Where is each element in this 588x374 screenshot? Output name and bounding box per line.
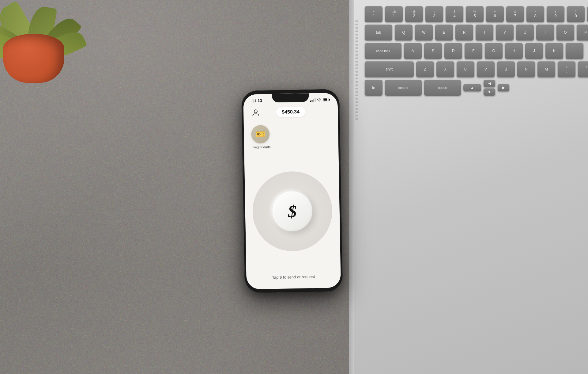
phone-screen: 11:13	[243, 93, 341, 289]
key-a[interactable]: A	[404, 43, 422, 59]
key-backtick[interactable]: ~ `	[365, 6, 383, 22]
key-g[interactable]: G	[485, 43, 503, 59]
key-t[interactable]: T	[476, 25, 493, 40]
key-comma[interactable]: < ,	[558, 61, 575, 77]
key-9[interactable]: ( 9	[547, 6, 564, 22]
outer-circle: $	[252, 171, 333, 252]
key-8[interactable]: * 8	[526, 6, 544, 22]
key-s[interactable]: S	[424, 43, 442, 59]
key-q[interactable]: Q	[395, 25, 413, 40]
key-i[interactable]: I	[536, 25, 554, 40]
key-fn[interactable]: fn	[365, 80, 383, 96]
key-option[interactable]: option	[424, 80, 461, 96]
key-l[interactable]: L	[566, 43, 583, 59]
key-p[interactable]: P	[577, 25, 588, 40]
key-w[interactable]: W	[415, 25, 433, 40]
key-y[interactable]: Y	[496, 25, 514, 40]
signal-bar-1	[310, 101, 311, 102]
key-o[interactable]: O	[556, 25, 574, 40]
plant-decoration	[0, 0, 92, 86]
svg-point-0	[254, 110, 257, 113]
key-b[interactable]: B	[497, 61, 515, 77]
key-row-zxcv: shift Z X C V B N	[365, 61, 585, 77]
key-3[interactable]: # 3	[425, 6, 443, 22]
battery-fill	[323, 98, 327, 101]
key-e[interactable]: E	[435, 25, 453, 40]
key-h[interactable]: H	[505, 43, 523, 59]
battery-icon	[323, 98, 329, 101]
invite-avatar: 🎫	[251, 125, 270, 143]
key-row-qwerty: tab Q W E R T Y	[365, 25, 585, 40]
invite-emoji: 🎫	[255, 129, 266, 139]
key-u[interactable]: U	[516, 25, 534, 40]
battery-tip	[329, 98, 330, 100]
key-shift-left[interactable]: shift	[365, 61, 414, 77]
key-right-arrow[interactable]: ▶	[498, 84, 509, 91]
key-j[interactable]: J	[525, 43, 543, 59]
status-time: 11:13	[252, 98, 262, 103]
hint-text: Tap $ to send or request	[246, 268, 341, 289]
phone-frame: 11:13	[241, 89, 343, 293]
key-0[interactable]: ) 0	[567, 6, 585, 22]
keyboard-area: ~ ` tab 1 @ 2 # 3 $ 4	[365, 6, 585, 368]
speaker-grill	[354, 18, 360, 294]
balance-display[interactable]: $450.34	[276, 106, 305, 117]
main-action-area: $	[244, 153, 341, 269]
signal-bar-2	[311, 100, 312, 101]
key-row-symbols: ~ ` tab 1 @ 2 # 3 $ 4	[365, 6, 585, 22]
balance-amount: $450.34	[282, 109, 300, 115]
key-control[interactable]: control	[385, 80, 422, 96]
key-k[interactable]: K	[545, 43, 563, 59]
key-c[interactable]: C	[457, 61, 474, 77]
key-5[interactable]: % 5	[466, 6, 484, 22]
signal-bar-4	[315, 98, 315, 101]
key-f[interactable]: F	[465, 43, 482, 59]
key-arrows-lr: ◀ ▼	[484, 80, 495, 96]
key-2[interactable]: @ 2	[405, 6, 423, 22]
key-down-arrow[interactable]: ▼	[484, 88, 495, 96]
key-up-arrow[interactable]: ▲	[463, 84, 481, 91]
laptop-edge	[349, 0, 354, 374]
invite-label: Invite friends	[251, 145, 271, 149]
plant-pot	[3, 34, 64, 83]
invite-friends-button[interactable]: 🎫 Invite friends	[251, 124, 331, 149]
phone-screen-content: 11:13	[243, 93, 341, 289]
key-tab[interactable]: tab	[365, 25, 392, 40]
key-row-asdf: caps lock A S D F G H	[365, 43, 585, 59]
key-period[interactable]: > .	[578, 61, 588, 77]
laptop-keyboard: ~ ` tab 1 @ 2 # 3 $ 4	[349, 0, 588, 374]
key-d[interactable]: D	[444, 43, 462, 59]
dollar-sign: $	[288, 201, 297, 221]
signal-icon	[310, 98, 315, 101]
laptop-body: ~ ` tab 1 @ 2 # 3 $ 4	[349, 0, 588, 374]
key-x[interactable]: X	[436, 61, 454, 77]
option-key-area	[559, 162, 588, 195]
phone-notch	[272, 93, 309, 102]
app-header: $450.34	[243, 104, 338, 123]
phone-mockup: 11:13	[241, 89, 343, 293]
key-z[interactable]: Z	[416, 61, 434, 77]
key-1[interactable]: tab 1	[385, 6, 403, 22]
wifi-icon	[317, 98, 322, 101]
key-v[interactable]: V	[477, 61, 495, 77]
key-row-modifier: fn control option ▲ ◀ ▼ ▶	[365, 80, 585, 96]
signal-bar-3	[313, 99, 314, 101]
key-n[interactable]: N	[517, 61, 535, 77]
status-icons	[310, 98, 329, 102]
dollar-button[interactable]: $	[272, 191, 313, 231]
key-6[interactable]: ^ 6	[486, 6, 504, 22]
profile-icon	[252, 109, 260, 116]
key-m[interactable]: M	[537, 61, 555, 77]
key-4[interactable]: $ 4	[446, 6, 463, 22]
profile-button[interactable]	[251, 108, 261, 118]
key-capslock[interactable]: caps lock	[365, 43, 401, 59]
key-left-arrow[interactable]: ◀	[484, 80, 495, 87]
invite-section: 🎫 Invite friends	[244, 121, 339, 152]
key-r[interactable]: R	[455, 25, 473, 40]
header-spacer	[321, 111, 330, 112]
key-7[interactable]: & 7	[506, 6, 524, 22]
